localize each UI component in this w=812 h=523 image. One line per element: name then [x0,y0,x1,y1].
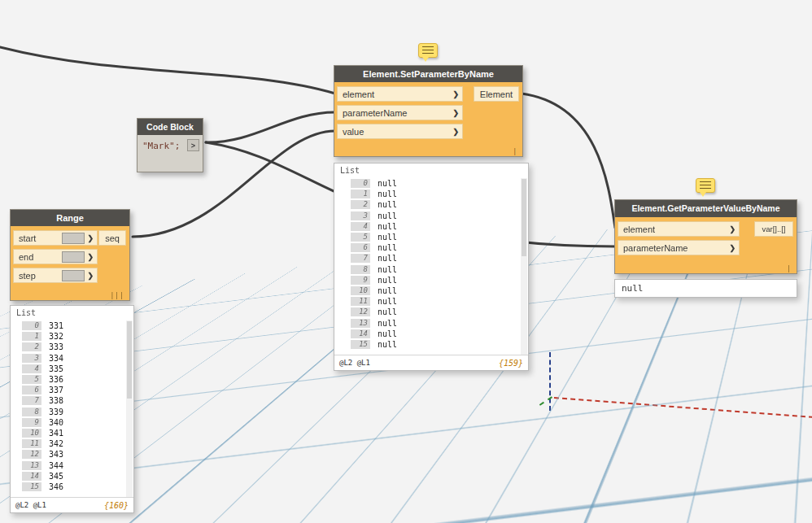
list-row: 1332 [22,331,125,342]
list-index: 0 [22,321,41,330]
input-port-value[interactable]: value ❯ [337,124,463,139]
default-value-box[interactable] [62,251,85,263]
list-row: 15null [351,339,520,350]
list-index: 8 [22,408,41,416]
list-row: 3null [351,211,520,221]
node-element-getparametervaluebyname[interactable]: Element.GetParameterValueByName element … [614,199,797,274]
list-index: 14 [22,472,41,481]
list-value: null [378,276,397,285]
default-value-box[interactable] [62,233,85,244]
list-value: 341 [49,429,63,438]
list-index: 13 [22,461,41,470]
list-index: 4 [22,364,41,373]
list-index: 14 [351,329,370,338]
list-row: 0null [351,178,520,189]
node-range[interactable]: Range start ❯ end ❯ step ❯ seq ||| [10,209,130,301]
node-header[interactable]: Element.GetParameterValueByName [615,200,797,217]
port-arrow-icon: ❯ [452,128,462,136]
list-count: {159} [499,359,523,368]
port-label: end [14,252,62,262]
list-index: 11 [22,439,41,448]
list-row: 14null [351,329,520,339]
list-row: 11null [351,296,520,307]
list-value: 334 [49,354,63,363]
dynamo-canvas[interactable]: Element.SetParameterByName element ❯ par… [0,0,812,523]
list-value: 335 [49,364,63,373]
node-header[interactable]: Code Block [138,119,203,135]
list-row: 8null [351,264,520,275]
list-index: 11 [351,297,370,306]
list-value: null [378,307,397,316]
list-row: 12343 [22,449,125,460]
list-value: 342 [49,439,63,448]
list-index: 9 [351,276,370,285]
port-label: parameterName [338,108,452,118]
list-row: 13null [351,317,520,328]
list-value: 344 [49,461,63,470]
code-block-output-port[interactable]: > [187,139,199,151]
list-levels: @L2 @L1 [15,501,46,509]
node-code-block[interactable]: Code Block "Mark"; > [137,118,203,172]
list-index: 1 [22,332,41,341]
list-title: List [340,166,360,175]
list-value: null [378,254,397,263]
scrollbar[interactable] [521,178,527,355]
wire-to-set-element [0,47,335,94]
output-port-element[interactable]: Element [474,86,519,102]
input-port-parametername[interactable]: parameterName ❯ [618,240,740,255]
default-value-box[interactable] [62,270,85,281]
list-value: null [378,211,397,220]
output-port-seq[interactable]: seq [98,230,126,246]
list-value: 340 [49,418,63,427]
list-index: 3 [22,354,41,363]
node-header[interactable]: Element.SetParameterByName [334,66,522,82]
list-value: null [378,190,397,198]
node-header[interactable]: Range [11,210,129,226]
note-icon[interactable] [696,178,715,193]
scrollbar[interactable] [126,320,133,497]
lacing-indicator: ||| [111,292,124,299]
list-index: 4 [351,222,370,231]
list-row: 4335 [22,364,125,374]
list-value: null [378,265,397,274]
list-row: 7null [351,253,520,264]
list-value: 345 [49,472,63,481]
code-block-text[interactable]: "Mark"; [142,141,180,151]
preview-bubble-set-list: List 0null1null2null3null4null5null6null… [334,163,529,371]
list-value: null [378,329,397,338]
list-row: 8339 [22,407,125,417]
list-index: 10 [351,286,370,295]
lacing-indicator: | [513,148,517,155]
output-port-var[interactable]: var[]..[] [754,221,793,237]
input-port-element[interactable]: element ❯ [337,86,463,102]
list-row: 3334 [22,353,125,364]
list-index: 0 [351,179,370,188]
input-port-parametername[interactable]: parameterName ❯ [337,105,463,120]
port-arrow-icon: ❯ [729,225,739,233]
list-index: 8 [351,265,370,274]
preview-bubble-watch: null [614,279,797,298]
list-index: 9 [22,418,41,427]
port-label: start [14,233,62,243]
list-rows: 0null1null2null3null4null5null6null7null… [334,178,520,355]
input-port-step[interactable]: step ❯ [13,268,98,283]
scrollbar-thumb[interactable] [522,179,526,256]
preview-bubble-range-list: List 03311332233333344335533663377338833… [10,305,134,513]
list-value: 336 [49,375,63,384]
port-label: element [338,89,452,99]
list-row: 5336 [22,374,125,385]
scrollbar-thumb[interactable] [127,321,132,399]
list-value: null [378,200,397,209]
list-index: 12 [22,450,41,459]
list-value: null [378,233,397,242]
node-element-setparameterbyname[interactable]: Element.SetParameterByName element ❯ par… [334,65,523,157]
port-label: element [618,224,729,234]
list-index: 5 [351,233,370,242]
note-icon[interactable] [418,43,438,58]
input-port-start[interactable]: start ❯ [13,230,98,246]
input-port-element[interactable]: element ❯ [618,221,740,237]
input-port-end[interactable]: end ❯ [13,249,98,264]
port-label: value [338,127,452,137]
port-arrow-icon: ❯ [87,253,97,261]
list-row: 0331 [22,320,125,331]
